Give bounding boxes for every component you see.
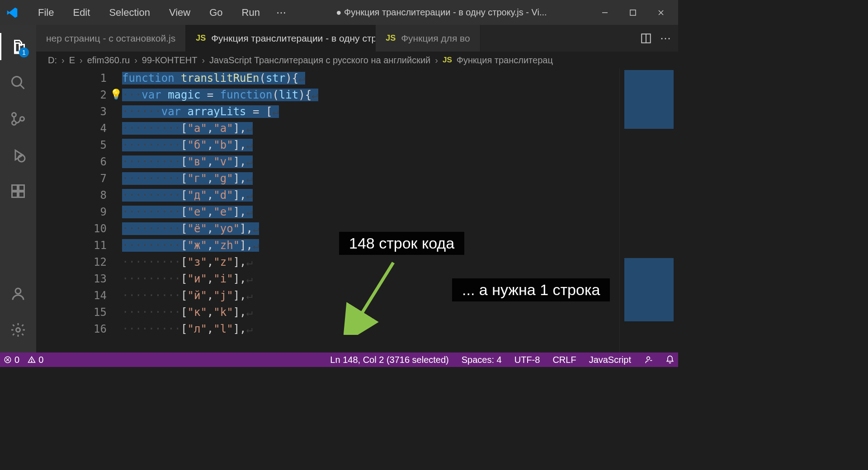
status-encoding[interactable]: UTF-8 xyxy=(514,355,540,365)
crumb[interactable]: E xyxy=(69,55,75,66)
menubar: File Edit Selection View Go Run ⋯ xyxy=(30,4,292,21)
svg-rect-12 xyxy=(19,185,24,191)
activity-debug[interactable] xyxy=(5,141,32,169)
menu-go[interactable]: Go xyxy=(201,4,231,21)
svg-rect-14 xyxy=(19,192,24,197)
status-language[interactable]: JavaScript xyxy=(589,355,631,365)
activity-explorer[interactable]: 1 xyxy=(5,33,32,60)
tab-actions: ⋯ xyxy=(633,25,678,52)
status-warnings[interactable]: 0 xyxy=(28,355,43,365)
explorer-badge: 1 xyxy=(19,47,29,57)
js-icon: JS xyxy=(196,33,206,43)
menu-run[interactable]: Run xyxy=(234,4,268,21)
split-editor-icon[interactable] xyxy=(640,33,652,44)
activitybar: 1 xyxy=(0,25,36,352)
window-controls xyxy=(591,4,675,22)
code-editor[interactable]: 💡 12345678910111213141516 function trans… xyxy=(36,68,678,352)
svg-point-16 xyxy=(16,328,20,332)
editor-area: нер страниц - с остановкой.js JS Функция… xyxy=(36,25,678,352)
line-gutter: 💡 12345678910111213141516 xyxy=(36,68,122,352)
window-title: ● Функция транслитерации - в одну строку… xyxy=(292,7,591,18)
statusbar: 0 0 Ln 148, Col 2 (3716 selected) Spaces… xyxy=(0,352,678,367)
crumb[interactable]: efim360.ru xyxy=(87,55,130,66)
status-eol[interactable]: CRLF xyxy=(552,355,576,365)
close-button[interactable] xyxy=(647,4,675,22)
more-actions-icon[interactable]: ⋯ xyxy=(660,32,671,45)
tab-label: нер страниц - с остановкой.js xyxy=(46,33,175,44)
status-spaces[interactable]: Spaces: 4 xyxy=(462,355,502,365)
svg-rect-1 xyxy=(630,10,636,15)
svg-point-15 xyxy=(15,288,21,294)
activity-account[interactable] xyxy=(5,280,32,307)
svg-rect-11 xyxy=(12,185,18,191)
lightbulb-icon[interactable]: 💡 xyxy=(110,86,122,103)
code-content[interactable]: function translitRuEn(str){↵···var magic… xyxy=(122,68,619,352)
maximize-button[interactable] xyxy=(619,4,646,22)
svg-point-7 xyxy=(12,121,16,125)
js-icon: JS xyxy=(386,33,396,43)
minimap[interactable] xyxy=(619,68,678,352)
svg-line-5 xyxy=(20,85,24,89)
svg-point-25 xyxy=(647,357,650,360)
breadcrumb[interactable]: D:› E› efim360.ru› 99-КОНТЕНТ› JavaScrip… xyxy=(36,52,678,68)
crumb[interactable]: JavaScript Транслитерация с русского на … xyxy=(209,55,430,66)
activity-search[interactable] xyxy=(5,69,32,96)
svg-point-4 xyxy=(12,77,22,86)
tab-file-1[interactable]: нер страниц - с остановкой.js xyxy=(36,25,186,52)
error-count: 0 xyxy=(14,355,19,365)
tab-label: Функция транслитерации - в одну строку.j… xyxy=(211,33,376,44)
menu-more-icon[interactable]: ⋯ xyxy=(271,4,292,21)
status-errors[interactable]: 0 xyxy=(4,355,19,365)
menu-file[interactable]: File xyxy=(30,4,62,21)
warning-count: 0 xyxy=(38,355,43,365)
activity-source-control[interactable] xyxy=(5,105,32,132)
activity-settings[interactable] xyxy=(5,316,32,343)
titlebar: File Edit Selection View Go Run ⋯ ● Функ… xyxy=(0,0,678,25)
crumb[interactable]: 99-КОНТЕНТ xyxy=(142,55,198,66)
tab-file-3[interactable]: JS Функция для во xyxy=(376,25,481,52)
tab-file-2[interactable]: JS Функция транслитерации - в одну строк… xyxy=(186,25,376,52)
menu-view[interactable]: View xyxy=(161,4,198,21)
svg-rect-13 xyxy=(12,192,18,197)
tab-label: Функция для во xyxy=(401,33,470,44)
status-feedback-icon[interactable] xyxy=(644,355,653,364)
js-icon: JS xyxy=(443,56,452,65)
vscode-logo-icon xyxy=(4,4,21,21)
svg-point-6 xyxy=(12,113,16,117)
main-area: 1 нер страниц - с остановкой.js xyxy=(0,25,678,352)
status-bell-icon[interactable] xyxy=(665,355,675,364)
crumb[interactable]: D: xyxy=(48,55,57,66)
menu-selection[interactable]: Selection xyxy=(101,4,158,21)
activity-extensions[interactable] xyxy=(5,178,32,205)
svg-point-24 xyxy=(31,361,32,362)
crumb[interactable]: Функция транслитерац xyxy=(457,55,553,66)
tabbar: нер страниц - с остановкой.js JS Функция… xyxy=(36,25,678,52)
status-cursor[interactable]: Ln 148, Col 2 (3716 selected) xyxy=(330,355,448,365)
minimize-button[interactable] xyxy=(591,4,618,22)
menu-edit[interactable]: Edit xyxy=(65,4,98,21)
